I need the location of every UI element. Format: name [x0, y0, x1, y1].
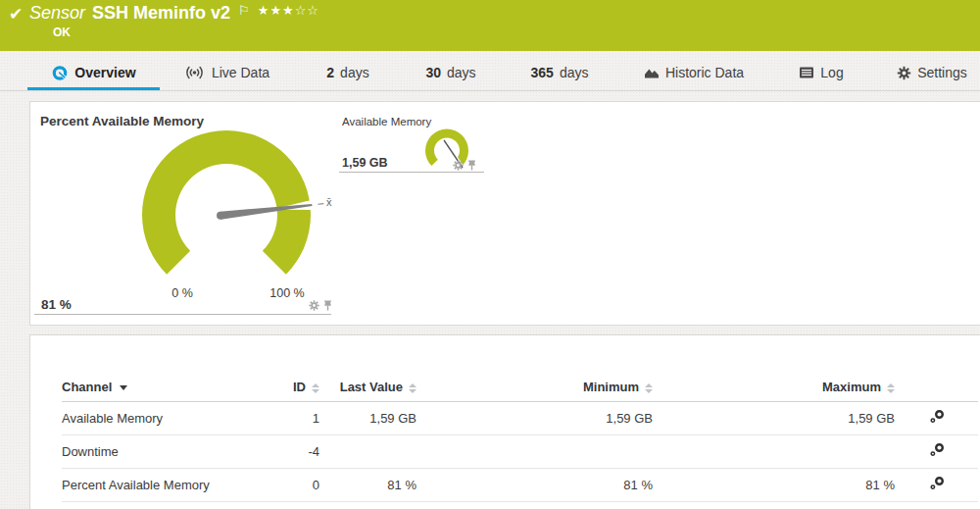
- channels-panel: Channel ID Last Value Minimum Maximum: [29, 334, 980, 509]
- primary-gauge-max-label: 100 %: [263, 286, 312, 300]
- tab-overview[interactable]: Overview: [27, 63, 160, 82]
- flag-icon[interactable]: ⚐: [238, 3, 250, 18]
- table-row[interactable]: Downtime -4: [62, 434, 978, 468]
- tab-365-days[interactable]: 365 days: [525, 63, 594, 82]
- primary-gauge-arc: [142, 130, 311, 275]
- tab-historic-data[interactable]: Historic Data: [637, 63, 751, 82]
- tab-label: Live Data: [212, 65, 270, 80]
- tab-log[interactable]: Log: [794, 63, 849, 82]
- channels-table: Channel ID Last Value Minimum Maximum: [62, 374, 978, 502]
- mean-tick: [318, 204, 323, 205]
- status-check-icon: ✔: [9, 4, 23, 25]
- sensor-title-line: SensorSSH Meminfo v2⚐★★★☆☆: [29, 3, 319, 24]
- column-header-channel[interactable]: Channel: [62, 374, 246, 401]
- tab-label: days: [340, 65, 369, 80]
- tab-2-days[interactable]: 2 days: [318, 63, 377, 82]
- cell-last-value: 81 %: [319, 468, 416, 501]
- gear-icon[interactable]: [453, 160, 464, 171]
- sort-arrows-icon: [645, 383, 653, 393]
- primary-gauge-divider: [34, 314, 331, 315]
- sensor-kind-label: Sensor: [29, 3, 85, 23]
- live-data-broadcast-icon: [183, 65, 206, 80]
- status-badge: OK: [53, 25, 71, 39]
- secondary-gauge-value: 1,59 GB: [342, 156, 388, 170]
- gauges-panel: Percent Available Memory Available Memor…: [29, 101, 980, 326]
- primary-gauge-min-label: 0 %: [158, 286, 207, 300]
- cell-id: 1: [246, 401, 319, 434]
- sort-arrows-icon: [409, 383, 416, 393]
- sort-arrows-icon: [312, 383, 319, 393]
- cell-minimum: [416, 434, 653, 468]
- tab-settings[interactable]: Settings: [893, 63, 971, 82]
- pin-icon[interactable]: [467, 160, 476, 171]
- table-row[interactable]: Available Memory 1 1,59 GB 1,59 GB 1,59 …: [62, 401, 978, 434]
- channel-settings-icon[interactable]: [929, 409, 945, 424]
- historic-data-chart-icon: [644, 66, 660, 80]
- cell-id: -4: [246, 434, 319, 468]
- cell-maximum: [653, 434, 895, 468]
- cell-channel[interactable]: Percent Available Memory: [62, 468, 246, 501]
- cell-minimum: 81 %: [416, 468, 653, 501]
- tab-label: days: [560, 65, 589, 80]
- settings-gear-icon: [897, 66, 911, 80]
- tab-bar: Overview Live Data 2 days 30 days 365 da…: [0, 51, 980, 91]
- column-header-maximum[interactable]: Maximum: [653, 374, 895, 401]
- sensor-name: SSH Meminfo v2: [92, 3, 230, 23]
- cell-maximum: 81 %: [653, 468, 895, 501]
- cell-maximum: 1,59 GB: [653, 401, 895, 434]
- sensor-header: ✔ SensorSSH Meminfo v2⚐★★★☆☆ OK: [0, 0, 980, 51]
- log-list-icon: [799, 66, 814, 79]
- table-header-row: Channel ID Last Value Minimum Maximum: [62, 374, 978, 401]
- tab-label: Historic Data: [665, 65, 744, 80]
- stars-empty: ☆☆: [295, 3, 319, 18]
- primary-gauge-actions: [309, 300, 332, 311]
- stars-filled: ★★★: [258, 3, 295, 18]
- tab-number: 2: [326, 65, 334, 80]
- tab-label: Overview: [74, 65, 135, 80]
- pin-icon[interactable]: [323, 300, 332, 311]
- overview-gauge-icon: [51, 65, 69, 81]
- column-header-minimum[interactable]: Minimum: [416, 374, 653, 401]
- tab-number: 30: [425, 65, 441, 80]
- cell-id: 0: [246, 468, 319, 501]
- column-header-actions: [895, 374, 978, 401]
- secondary-gauge-divider: [339, 172, 484, 173]
- secondary-gauge-actions: [453, 160, 476, 171]
- active-tab-underline: [27, 87, 160, 91]
- column-header-last-value[interactable]: Last Value: [319, 374, 416, 401]
- tab-number: 365: [531, 65, 554, 80]
- cell-last-value: 1,59 GB: [319, 401, 416, 434]
- sort-caret-down-icon: [120, 385, 127, 390]
- channel-settings-icon[interactable]: [929, 442, 945, 457]
- cell-channel[interactable]: Available Memory: [62, 401, 246, 434]
- gear-icon[interactable]: [309, 300, 319, 311]
- cell-minimum: 1,59 GB: [416, 401, 653, 434]
- cell-channel[interactable]: Downtime: [62, 434, 246, 468]
- cell-last-value: [319, 434, 416, 468]
- tab-30-days[interactable]: 30 days: [420, 63, 481, 82]
- channel-settings-icon[interactable]: [929, 476, 945, 490]
- sort-arrows-icon: [887, 383, 895, 393]
- tab-label: Settings: [917, 65, 967, 80]
- prtg-sensor-page: ✔ SensorSSH Meminfo v2⚐★★★☆☆ OK Overview…: [0, 0, 980, 509]
- mean-marker-label: x̄: [326, 196, 332, 208]
- column-header-id[interactable]: ID: [246, 374, 319, 401]
- tab-label: days: [447, 65, 476, 80]
- tab-live-data[interactable]: Live Data: [179, 63, 273, 82]
- priority-stars[interactable]: ★★★☆☆: [258, 3, 319, 18]
- primary-gauge-value: 81 %: [41, 297, 72, 312]
- table-row[interactable]: Percent Available Memory 0 81 % 81 % 81 …: [62, 468, 978, 501]
- tab-label: Log: [820, 65, 843, 80]
